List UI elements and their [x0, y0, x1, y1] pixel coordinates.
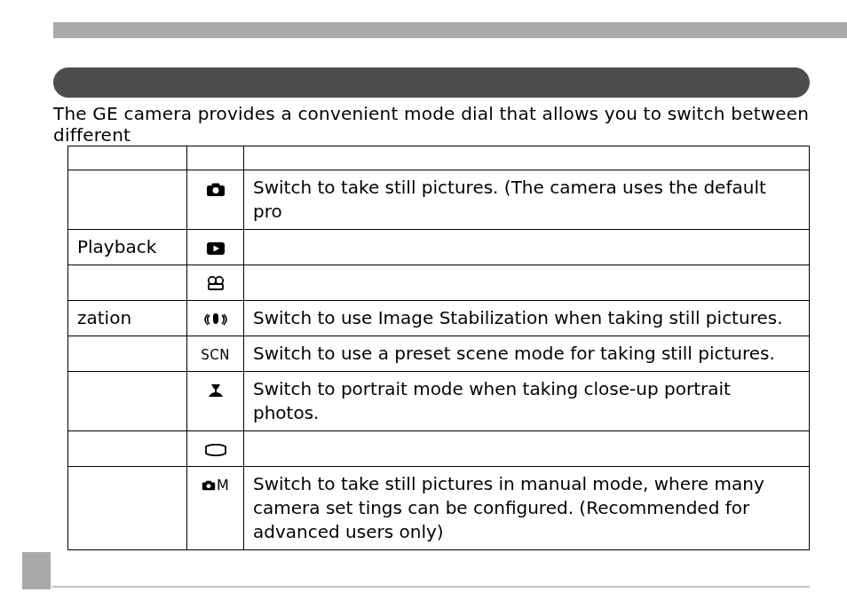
- mode-icon-cell: [187, 265, 244, 301]
- mode-name: zation: [68, 301, 187, 336]
- mode-desc: Switch to take still pictures in manual …: [244, 467, 810, 550]
- manual-icon: M: [202, 473, 229, 494]
- playback-icon: [206, 241, 226, 256]
- mode-name: Playback: [68, 230, 187, 265]
- table-row: Playback: [68, 230, 810, 265]
- mode-desc: [244, 230, 810, 265]
- mode-name: [68, 467, 187, 550]
- section-header-pill: [53, 67, 810, 98]
- svg-rect-5: [209, 284, 223, 289]
- scene-icon: SCN: [201, 347, 230, 363]
- page: The GE camera provides a convenient mode…: [0, 0, 847, 616]
- mode-icon-cell: [187, 170, 244, 230]
- mode-icon-cell: [187, 301, 244, 336]
- mode-icon-cell: [187, 230, 244, 265]
- svg-point-6: [207, 484, 211, 488]
- mode-name: [68, 431, 187, 467]
- page-number-tab: [22, 552, 51, 589]
- portrait-icon: [207, 382, 225, 399]
- table-row: zation Switch to use Image Stabilization…: [68, 301, 810, 336]
- mode-desc: [244, 265, 810, 301]
- mode-name: [68, 265, 187, 301]
- mode-name: [68, 372, 187, 431]
- page-bottom-rule: [51, 586, 810, 588]
- table-row: M Switch to take still pictures in manua…: [68, 467, 810, 550]
- intro-text: The GE camera provides a convenient mode…: [53, 103, 810, 146]
- table-header-row: [68, 146, 810, 170]
- mode-desc: Switch to take still pictures. (The came…: [244, 170, 810, 230]
- mode-desc: Switch to portrait mode when taking clos…: [244, 372, 810, 431]
- camera-icon: [206, 181, 226, 197]
- mode-icon-cell: [187, 372, 244, 431]
- camera-icon: [202, 479, 216, 491]
- mode-icon-cell: [187, 431, 244, 467]
- table-row: [68, 265, 810, 301]
- top-gray-bar: [53, 22, 847, 38]
- mode-icon-cell: M: [187, 467, 244, 550]
- col-header-name: [68, 146, 187, 170]
- table-row: Switch to portrait mode when taking clos…: [68, 372, 810, 431]
- movie-icon: [206, 275, 226, 293]
- mode-name: [68, 336, 187, 372]
- svg-point-0: [212, 187, 218, 193]
- mode-desc: Switch to use a preset scene mode for ta…: [244, 336, 810, 372]
- table-row: Switch to take still pictures. (The came…: [68, 170, 810, 230]
- mode-table-container: Switch to take still pictures. (The came…: [67, 146, 810, 550]
- stabilization-icon: [204, 312, 227, 328]
- mode-desc: [244, 431, 810, 467]
- col-header-icon: [187, 146, 244, 170]
- mode-icon-cell: SCN: [187, 336, 244, 372]
- col-header-desc: [244, 146, 810, 170]
- manual-suffix: M: [217, 477, 229, 494]
- panorama-icon: [204, 444, 227, 456]
- table-row: [68, 431, 810, 467]
- mode-name: [68, 170, 187, 230]
- table-row: SCN Switch to use a preset scene mode fo…: [68, 336, 810, 372]
- mode-table: Switch to take still pictures. (The came…: [67, 146, 810, 550]
- mode-desc: Switch to use Image Stabilization when t…: [244, 301, 810, 336]
